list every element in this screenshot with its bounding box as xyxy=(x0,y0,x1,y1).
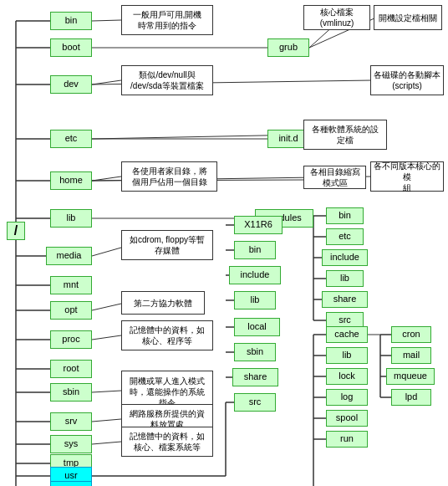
local-node: local xyxy=(234,318,280,336)
boot-node: boot xyxy=(50,38,92,57)
usr-lib-node: lib xyxy=(234,291,276,310)
usr-share-node: share xyxy=(232,368,278,386)
opt-node: opt xyxy=(50,301,92,320)
sbin-node: sbin xyxy=(50,383,92,402)
sys-node: sys xyxy=(50,435,92,453)
mail-node: mail xyxy=(391,347,431,364)
svg-line-18 xyxy=(92,20,121,21)
x11r6-node: X11R6 xyxy=(234,216,283,234)
x11-share-node: share xyxy=(322,291,368,308)
desc-dev: 類似/dev/null與 /dev/sda等裝置檔案 xyxy=(121,65,213,95)
media-node: media xyxy=(46,247,92,265)
desc-proc: 記憶體中的資料，如 核心、程序等 xyxy=(121,320,213,350)
usr-include-node: include xyxy=(229,266,281,284)
desc-media: 如cdrom, floppy等暫 存媒體 xyxy=(121,230,213,260)
srv-node: srv xyxy=(50,412,92,431)
etc-node: etc xyxy=(50,130,92,148)
var-spool-node: spool xyxy=(326,410,368,427)
svg-line-35 xyxy=(92,442,121,444)
grub-node: grub xyxy=(267,38,309,57)
desc-etc: 各種軟體系統的設 定檔 xyxy=(303,120,387,150)
var-lib-node: lib xyxy=(326,347,368,364)
usr-src-node: src xyxy=(234,393,276,412)
proc-node: proc xyxy=(50,330,92,349)
svg-line-32 xyxy=(92,335,121,340)
mnt-node: mnt xyxy=(50,276,92,294)
svg-line-31 xyxy=(92,304,121,310)
root-dir-node: root xyxy=(50,360,92,378)
desc-kernel: 核心檔案(vmlinuz) xyxy=(303,5,370,30)
svg-line-33 xyxy=(92,391,121,392)
bin-node: bin xyxy=(50,12,92,30)
desc-home: 各使用者家目錄，將 個用戶佔用一個目錄 xyxy=(121,161,217,192)
dev-node: dev xyxy=(50,75,92,94)
svg-line-26 xyxy=(92,176,121,181)
x11-bin-node: bin xyxy=(326,207,364,224)
x11-lib-node: lib xyxy=(326,270,364,287)
cron-node: cron xyxy=(391,326,431,343)
diagram-container: / bin boot dev etc home lib media mnt op… xyxy=(0,0,448,486)
desc-scripts: 各磁碟的各動腳本 (scripts) xyxy=(370,65,444,95)
var-cache-node: cache xyxy=(326,326,368,343)
x11-include-node: include xyxy=(322,249,368,266)
root-node: / xyxy=(7,222,25,240)
desc-sys: 記憶體中的資料，如 核心、檔案系統等 xyxy=(121,427,213,457)
desc-home2: 各相目錄縮寫模式區 xyxy=(303,166,366,189)
desc-opt: 第二方協力軟體 xyxy=(121,291,205,315)
lpd-node: lpd xyxy=(391,389,431,406)
svg-line-34 xyxy=(92,419,121,422)
usr-sbin-node: sbin xyxy=(234,343,276,361)
mqueue-node: mqueue xyxy=(386,368,435,385)
usr-bin-node: bin xyxy=(234,241,276,259)
desc-lib2: 各不同版本核心的模 組 xyxy=(370,161,444,192)
var-node: var xyxy=(50,481,92,486)
svg-line-30 xyxy=(92,248,121,256)
home-node: home xyxy=(50,171,92,190)
var-run-node: run xyxy=(326,431,368,448)
x11-etc-node: etc xyxy=(326,228,364,245)
desc-bootconf: 開機設定檔相關 xyxy=(374,5,442,30)
svg-line-22 xyxy=(92,80,121,84)
var-lock-node: lock xyxy=(326,368,368,385)
var-log-node: log xyxy=(326,389,368,406)
desc-bin: 一般用戶可用,開機 時常用到的指令 xyxy=(121,5,213,35)
lib-node: lib xyxy=(50,209,92,228)
